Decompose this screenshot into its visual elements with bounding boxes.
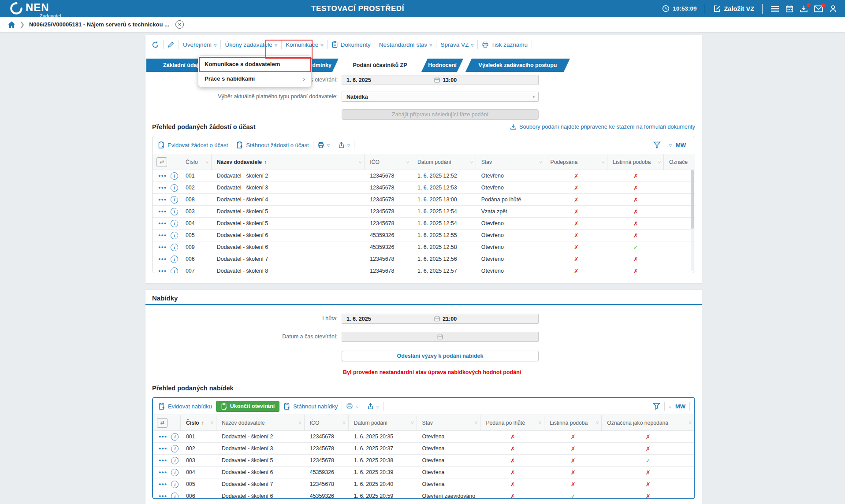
chevron-down-icon[interactable]: ▽	[669, 405, 671, 409]
vertical-scrollbar[interactable]	[691, 170, 694, 271]
menu-item-communication-supplier[interactable]: Komunikace s dodavatelem	[198, 57, 311, 71]
filter-icon[interactable]: ▽	[297, 421, 302, 425]
filter-icon[interactable]: ▽	[687, 421, 692, 425]
col-listinna-podoba[interactable]: Listinná podoba▽	[544, 415, 602, 430]
filter-funnel-icon[interactable]	[653, 141, 661, 149]
filter-icon[interactable]: ▽	[357, 160, 361, 164]
filter-icon[interactable]: ▽	[537, 160, 542, 164]
info-icon[interactable]: i	[171, 433, 179, 441]
col-nazev-dodavatele[interactable]: Název dodavatele▽	[216, 415, 305, 430]
col-datum-podani[interactable]: Datum podání▽	[349, 415, 417, 430]
table-row[interactable]: ●●●i008Dodavatel - školení 4123456781. 6…	[153, 194, 695, 206]
tab-participant-submissions[interactable]: Podání účastníků ZP	[341, 59, 419, 72]
print-grid-button[interactable]: ▽	[346, 403, 358, 410]
submission-files-link[interactable]: Soubory podání najdete připravené ke sta…	[510, 123, 695, 130]
edit-button[interactable]	[168, 41, 175, 48]
table-row[interactable]: ●●●i001Dodavatel - školení 2123456781. 6…	[153, 170, 695, 182]
menu-print-record[interactable]: Tisk záznamu	[482, 41, 528, 48]
info-icon[interactable]: i	[171, 220, 178, 227]
table-row[interactable]: ●●●i004Dodavatel - školení 6453593261. 6…	[153, 467, 694, 478]
download-requests-button[interactable]: Stáhnout žádosti o účast	[236, 141, 309, 148]
filter-icon[interactable]: ▽	[594, 421, 599, 425]
chevron-down-icon[interactable]: ▽	[669, 144, 672, 148]
grid-view-code[interactable]: MW	[675, 403, 685, 410]
col-listinna-podoba[interactable]: Listinná podoba▽	[607, 154, 664, 170]
submission-type-select[interactable]: Nabídka ▾	[342, 92, 539, 102]
info-icon[interactable]: i	[171, 172, 178, 180]
table-row[interactable]: ●●●i007Dodavatel - školení 8123456781. 6…	[153, 265, 695, 273]
info-icon[interactable]: i	[171, 493, 179, 500]
info-icon[interactable]: i	[171, 469, 179, 476]
register-offer-button[interactable]: Evidovat nabídku	[158, 403, 212, 410]
user-profile-button[interactable]	[829, 5, 837, 13]
col-cislo[interactable]: Číslo↑▽	[181, 415, 216, 430]
row-menu-icon[interactable]: ●●●	[158, 233, 167, 237]
row-menu-icon[interactable]: ●●●	[158, 185, 167, 190]
downloads-button[interactable]	[800, 5, 808, 13]
info-icon[interactable]: i	[171, 196, 178, 204]
breadcrumb-item[interactable]: N006/25/V00005181 - Nájem serverů s tech…	[29, 21, 169, 28]
nen-logo[interactable]: NEN Zadavatel	[10, 2, 49, 15]
row-menu-icon[interactable]: ●●●	[158, 174, 167, 178]
row-menu-icon[interactable]: ●●●	[158, 269, 167, 273]
filter-icon[interactable]: ▽	[405, 160, 409, 164]
menu-contracting-acts[interactable]: Úkony zadavatele▽	[225, 41, 277, 48]
row-menu-icon[interactable]: ●●●	[158, 209, 167, 214]
filter-funnel-icon[interactable]	[653, 403, 660, 410]
download-offers-button[interactable]: Stáhnout nabídky	[283, 403, 338, 410]
scrollbar-thumb[interactable]	[691, 170, 694, 229]
menu-communication[interactable]: Komunikace▽	[286, 41, 323, 48]
info-icon[interactable]: i	[171, 445, 179, 452]
export-grid-button[interactable]: ▽	[367, 403, 379, 410]
info-icon[interactable]: i	[171, 267, 178, 274]
table-row[interactable]: ●●●i002Dodavatel - školení 3123456781. 6…	[153, 182, 695, 194]
row-menu-icon[interactable]: ●●●	[159, 458, 167, 463]
col-datum-podani[interactable]: Datum podání▽	[412, 154, 476, 170]
messages-button[interactable]	[814, 5, 823, 12]
column-settings-icon[interactable]: ⇄	[157, 418, 168, 428]
tab-result[interactable]: Výsledek zadávacího postupu	[465, 59, 570, 72]
info-icon[interactable]: i	[171, 244, 178, 251]
row-menu-icon[interactable]: ●●●	[159, 446, 167, 451]
row-menu-icon[interactable]: ●●●	[159, 482, 167, 486]
info-icon[interactable]: i	[171, 256, 178, 263]
row-menu-icon[interactable]: ●●●	[158, 197, 167, 202]
menu-documents[interactable]: Dokumenty	[331, 41, 370, 48]
filter-icon[interactable]: ▽	[537, 421, 541, 425]
export-grid-button[interactable]: ▽	[338, 141, 350, 148]
table-row[interactable]: ●●●i005Dodavatel - školení 7123456781. 6…	[153, 478, 694, 490]
grid-view-code[interactable]: MW	[676, 142, 686, 148]
menu-item-work-with-offers[interactable]: Práce s nabídkami ›	[198, 71, 311, 86]
row-menu-icon[interactable]: ●●●	[159, 494, 167, 498]
col-stav[interactable]: Stav▽	[476, 154, 545, 170]
main-menu-button[interactable]	[771, 5, 779, 12]
table-row[interactable]: ●●●i004Dodavatel - školení 5123456781. 6…	[153, 218, 695, 230]
col-stav[interactable]: Stav▽	[417, 415, 481, 430]
col-oznacena[interactable]: Označe	[664, 154, 695, 170]
table-row[interactable]: ●●●i003Dodavatel - školení 5123456781. 6…	[153, 455, 694, 467]
home-icon[interactable]	[8, 21, 15, 28]
row-menu-icon[interactable]: ●●●	[159, 470, 167, 474]
filter-icon[interactable]: ▽	[656, 160, 661, 164]
col-ico[interactable]: IČO▽	[365, 154, 412, 170]
info-icon[interactable]: i	[171, 457, 179, 464]
table-row[interactable]: ●●●i001Dodavatel - školení 2123456781. 6…	[153, 431, 694, 443]
table-row[interactable]: ●●●i009Dodavatel - školení 6453593261. 6…	[153, 241, 695, 253]
filter-icon[interactable]: ▽	[469, 160, 473, 164]
column-settings-icon[interactable]: ⇄	[156, 157, 167, 167]
print-grid-button[interactable]: ▽	[317, 142, 330, 148]
start-next-phase-button[interactable]: Zahájit přípravu následující fáze podání	[342, 109, 539, 120]
row-menu-icon[interactable]: ●●●	[158, 221, 167, 226]
filter-icon[interactable]: ▽	[209, 421, 213, 425]
col-cislo[interactable]: Číslo▽	[180, 154, 212, 170]
row-menu-icon[interactable]: ●●●	[158, 257, 167, 261]
menu-manage-vz[interactable]: Správa VZ▽	[440, 41, 473, 48]
table-row[interactable]: ●●●i002Dodavatel - školení 3123456781. 6…	[153, 443, 694, 455]
refresh-button[interactable]	[152, 41, 159, 48]
info-icon[interactable]: i	[171, 232, 178, 239]
table-row[interactable]: ●●●i005Dodavatel - školení 6453593261. 6…	[153, 230, 695, 241]
calendar-button[interactable]	[785, 5, 793, 13]
col-nazev-dodavatele[interactable]: Název dodavatele↑▽	[212, 154, 365, 170]
info-icon[interactable]: i	[171, 481, 179, 488]
col-podepsana[interactable]: Podepsána▽	[545, 154, 608, 170]
